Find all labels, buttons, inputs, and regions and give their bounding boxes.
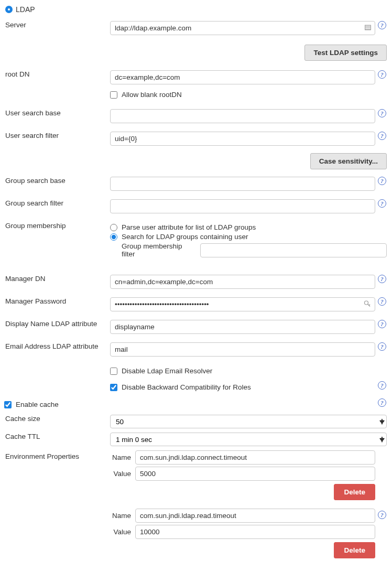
email-attr-input[interactable]: [110, 342, 375, 357]
env-value-label: Value: [110, 528, 135, 536]
help-icon[interactable]: ?: [378, 320, 386, 328]
server-label: Server: [5, 19, 110, 37]
display-name-attr-input[interactable]: [110, 320, 375, 334]
disable-email-resolver-label: Disable Ldap Email Resolver: [122, 367, 212, 375]
test-ldap-button[interactable]: Test LDAP settings: [304, 45, 387, 61]
manager-password-label: Manager Password: [5, 295, 110, 314]
gm-filter-label: Group membership filter: [122, 242, 200, 258]
help-icon[interactable]: ?: [378, 199, 386, 208]
env-delete-button-1[interactable]: Delete: [334, 542, 375, 558]
help-icon[interactable]: ?: [378, 21, 386, 29]
ldap-radio-icon: [5, 6, 13, 13]
group-search-base-label: Group search base: [5, 175, 110, 193]
help-icon[interactable]: ?: [378, 398, 386, 407]
cache-ttl-label: Cache TTL: [5, 430, 110, 448]
env-name-input-1[interactable]: [135, 509, 375, 523]
env-delete-button-0[interactable]: Delete: [334, 484, 375, 500]
cache-size-label: Cache size: [5, 413, 110, 430]
help-icon[interactable]: ?: [378, 297, 386, 306]
group-membership-label: Group membership: [5, 220, 110, 261]
env-prop-block: Name Value Delete: [110, 509, 375, 558]
help-icon[interactable]: ?: [378, 109, 386, 117]
user-search-base-input[interactable]: [110, 109, 375, 123]
manager-dn-label: Manager DN: [5, 273, 110, 291]
env-value-label: Value: [110, 470, 135, 478]
group-search-filter-label: Group search filter: [5, 197, 110, 215]
help-icon[interactable]: ?: [378, 177, 386, 185]
allow-blank-rootdn-label: Allow blank rootDN: [122, 91, 182, 99]
env-name-label: Name: [110, 512, 135, 520]
env-props-label: Environment Properties: [5, 448, 110, 506]
env-value-input-1[interactable]: [135, 525, 375, 539]
gm-parse-label: Parse user attribute for list of LDAP gr…: [122, 223, 256, 231]
gm-filter-input[interactable]: [200, 243, 387, 257]
help-icon[interactable]: ?: [378, 381, 386, 390]
email-attr-label: Email Address LDAP attribute: [5, 340, 110, 359]
user-search-filter-label: User search filter: [5, 130, 110, 148]
env-name-input-0[interactable]: [135, 450, 375, 465]
server-input[interactable]: [110, 21, 375, 35]
disable-email-resolver-checkbox[interactable]: [110, 368, 117, 375]
display-name-attr-label: Display Name LDAP attribute: [5, 318, 110, 336]
env-name-label: Name: [110, 454, 135, 461]
ldap-section-header: LDAP: [5, 5, 387, 14]
group-search-filter-input[interactable]: [110, 199, 375, 213]
gm-search-radio[interactable]: [110, 233, 117, 241]
manager-dn-input[interactable]: [110, 275, 375, 289]
help-icon[interactable]: ?: [378, 132, 386, 140]
case-sensitivity-button[interactable]: Case sensitivity...: [310, 153, 387, 169]
enable-cache-checkbox[interactable]: [4, 401, 12, 408]
enable-cache-label: Enable cache: [16, 401, 59, 408]
gm-parse-radio[interactable]: [110, 224, 117, 231]
root-dn-input[interactable]: [110, 70, 375, 84]
user-search-filter-input[interactable]: [110, 132, 375, 146]
env-prop-block: Name Value Delete: [110, 450, 375, 500]
cache-size-select[interactable]: 50: [110, 415, 387, 428]
user-search-base-label: User search base: [5, 107, 110, 125]
group-search-base-input[interactable]: [110, 177, 375, 191]
allow-blank-rootdn-checkbox[interactable]: [110, 91, 117, 99]
disable-backcompat-checkbox[interactable]: [110, 384, 117, 391]
root-dn-label: root DN: [5, 68, 110, 87]
help-icon[interactable]: ?: [378, 511, 386, 519]
disable-backcompat-label: Disable Backward Compatibility for Roles: [122, 383, 251, 391]
env-value-input-0[interactable]: [135, 467, 375, 481]
help-icon[interactable]: ?: [378, 275, 386, 283]
ldap-title: LDAP: [16, 5, 35, 14]
cache-ttl-select[interactable]: 1 min 0 sec: [110, 433, 387, 446]
help-icon[interactable]: ?: [378, 342, 386, 351]
gm-search-label: Search for LDAP groups containing user: [122, 233, 248, 241]
help-icon[interactable]: ?: [378, 70, 386, 79]
manager-password-input[interactable]: [110, 297, 375, 311]
